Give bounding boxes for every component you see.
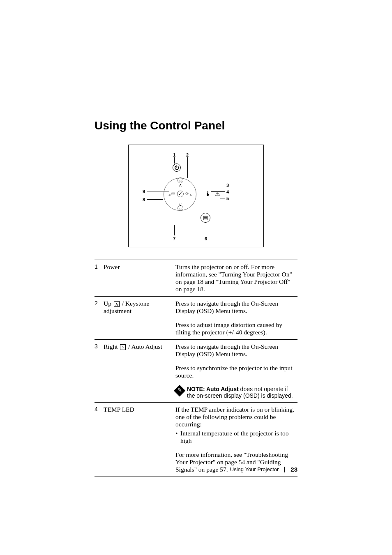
row-label: Power [104, 260, 175, 297]
enter-icon: ✓ [177, 191, 184, 197]
label-post: / Auto Adjust [127, 343, 162, 350]
power-icon: ⏻ [173, 164, 181, 172]
warning-icon: ⚠ [215, 190, 220, 197]
control-panel-diagram: 1 2 3 4 5 6 7 8 9 ⏻ ▭ ▭ ∧ ∨ ＜ ＞ ⦿ ⟳ ✓ 🌡 [128, 145, 264, 247]
page-footer: Using Your Projector 23 [230, 466, 297, 473]
diagram-label-8: 8 [143, 197, 145, 202]
row-num: 1 [95, 260, 104, 297]
footer-divider-icon [284, 467, 285, 472]
menu-icon: ▤ [201, 213, 210, 223]
diagram-label-6: 6 [205, 236, 207, 241]
dpad-icon: ▭ ▭ ∧ ∨ ＜ ＞ ⦿ ⟳ ✓ [164, 178, 196, 211]
section-heading: Using the Control Panel [95, 119, 297, 132]
label-pre: Up [104, 300, 113, 307]
diagram-label-1: 1 [173, 152, 175, 157]
row-label: Right > / Auto Adjust [104, 340, 175, 362]
chevron-up-icon: ∧ [179, 182, 182, 188]
row-num: 4 [95, 403, 104, 448]
chevron-right-icon: ＞ [189, 192, 193, 198]
source-icon: ⦿ [171, 191, 175, 196]
chevron-down-icon: ∨ [179, 202, 182, 207]
up-arrow-icon: ∧ [114, 301, 120, 307]
note-bold: NOTE: [187, 386, 206, 392]
row-desc: Turns the projector on or off. For more … [175, 260, 297, 297]
auto-adjust-icon: ⟳ [185, 191, 189, 196]
footer-page-number: 23 [291, 466, 297, 473]
diagram-label-4: 4 [226, 189, 229, 194]
note-strong: Auto Adjust [206, 386, 239, 392]
footer-section: Using Your Projector [230, 466, 279, 472]
row-bullet: Internal temperature of the projector is… [175, 430, 295, 444]
row-label: Up ∧ / Keystone adjustment [104, 297, 175, 318]
diagram-label-5: 5 [226, 196, 229, 201]
row-desc-text: If the TEMP amber indicator is on or bli… [175, 406, 295, 428]
diagram-label-9: 9 [143, 189, 145, 194]
row-num: 3 [95, 340, 104, 362]
diagram-label-3: 3 [226, 183, 229, 188]
thermometer-icon: 🌡 [205, 190, 211, 198]
label-pre: Right [104, 343, 119, 350]
note-icon [174, 385, 185, 396]
row-note: NOTE: Auto Adjust does not operate if th… [175, 382, 297, 403]
right-arrow-icon: > [120, 344, 126, 350]
row-desc: Press to navigate through the On-Screen … [175, 340, 297, 362]
diagram-label-7: 7 [173, 236, 175, 241]
row-label: TEMP LED [104, 403, 175, 448]
row-desc: If the TEMP amber indicator is on or bli… [175, 403, 297, 448]
row-desc-2: Press to adjust image distortion caused … [175, 318, 297, 340]
row-desc: Press to navigate through the On-Screen … [175, 297, 297, 318]
control-panel-table: 1 Power Turns the projector on or off. F… [95, 260, 297, 477]
diagram-label-2: 2 [186, 152, 189, 157]
row-num: 2 [95, 297, 104, 318]
row-desc-2: Press to synchronize the projector to th… [175, 361, 297, 382]
